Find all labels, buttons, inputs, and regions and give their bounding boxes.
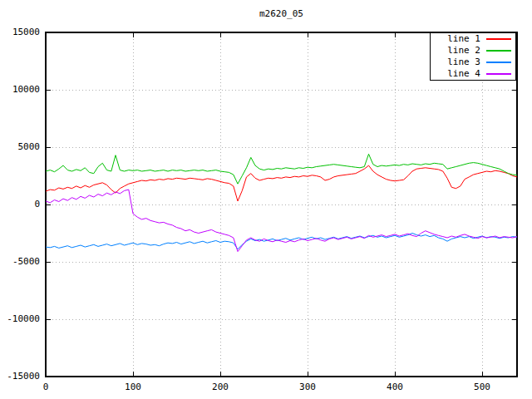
legend-label-line-3: line 3 [447, 57, 480, 68]
y-tick-label-5000: 5000 [18, 141, 41, 152]
x-tick-label-400: 400 [378, 382, 411, 392]
x-tick-label-100: 100 [116, 382, 150, 392]
x-tick-label-500: 500 [466, 382, 499, 392]
y-tick-label-10000: 10000 [12, 84, 40, 95]
legend-entry-line-2: line 2 [431, 45, 511, 57]
x-tick-label-0: 0 [29, 382, 62, 392]
series-line-2 [46, 154, 517, 184]
legend-label-line-1: line 1 [447, 33, 480, 45]
x-tick-label-200: 200 [204, 382, 237, 392]
plot-border [46, 32, 517, 377]
x-tick-label-300: 300 [291, 382, 324, 392]
legend-entry-line-3: line 3 [431, 57, 511, 68]
series-line-1 [46, 165, 517, 201]
legend-entry-line-1: line 1 [431, 33, 511, 45]
legend-line-swatch-line-4 [486, 73, 511, 75]
y-tick-label--5000: -5000 [12, 256, 40, 267]
y-tick-label-15000: 15000 [12, 27, 40, 37]
gnuplot-chart-window: m2620_05 -15000-10000-500005000100001500… [0, 0, 532, 399]
legend-label-line-4: line 4 [447, 68, 480, 80]
y-tick-label--10000: -10000 [7, 313, 40, 324]
legend-line-swatch-line-2 [486, 50, 511, 52]
legend-label-line-2: line 2 [447, 45, 480, 57]
y-tick-label-0: 0 [34, 199, 40, 209]
y-tick-label--15000: -15000 [7, 371, 40, 382]
legend-box: line 1 line 2 line 3 line 4 [430, 32, 516, 81]
legend-line-swatch-line-1 [486, 38, 511, 40]
legend-line-swatch-line-3 [486, 62, 511, 63]
series-line-4 [46, 190, 517, 252]
legend-entry-line-4: line 4 [431, 68, 511, 80]
